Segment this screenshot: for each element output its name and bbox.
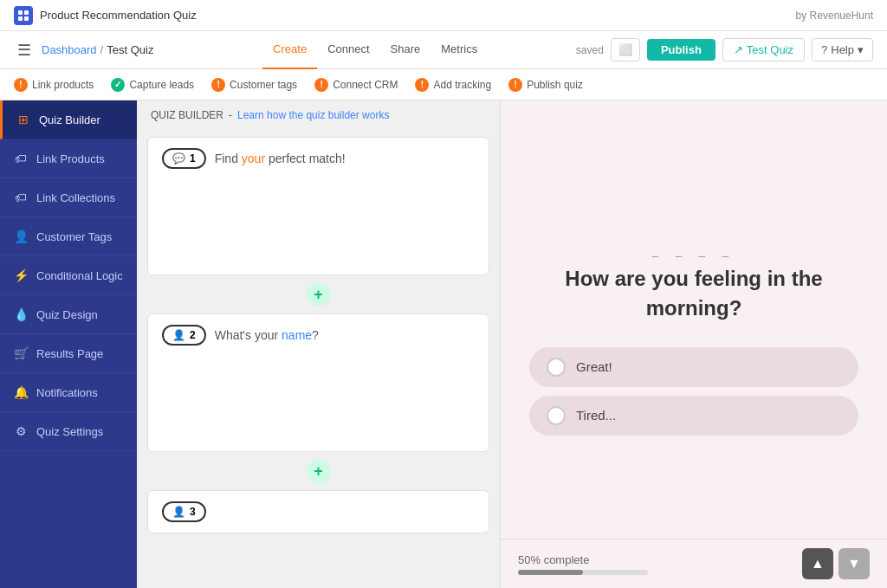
builder-panel: QUIZ BUILDER - Learn how the quiz builde… — [137, 100, 501, 588]
preview-option-1[interactable]: Great! — [529, 347, 858, 387]
step-capture-leads-label: Capture leads — [129, 79, 194, 91]
help-label: Help — [831, 43, 854, 56]
preview-option-2[interactable]: Tired... — [529, 396, 858, 436]
question-1-number: 1 — [190, 152, 196, 165]
user-icon: 👤 — [14, 229, 28, 243]
sidebar-item-quiz-builder[interactable]: ⊞ Quiz Builder — [0, 100, 137, 139]
svg-rect-3 — [24, 16, 29, 21]
option-2-text: Tired... — [576, 408, 616, 423]
step-link-products[interactable]: ! Link products — [14, 78, 94, 92]
step-link-products-label: Link products — [32, 79, 94, 91]
sidebar-item-results-page[interactable]: 🛒 Results Page — [0, 334, 137, 373]
svg-rect-0 — [18, 10, 23, 15]
question-1-text: Find your perfect match! — [215, 152, 346, 165]
breadcrumb-current: Test Quiz — [107, 43, 153, 56]
progress-section: 50% complete — [518, 553, 648, 575]
learn-link[interactable]: Learn how the quiz builder works — [237, 109, 389, 121]
step-add-tracking[interactable]: ! Add tracking — [415, 78, 491, 92]
menu-button[interactable]: ☰ — [14, 37, 35, 63]
sidebar-label-quiz-design: Quiz Design — [36, 308, 98, 321]
progress-bar-container — [518, 570, 648, 575]
sidebar-item-conditional-logic[interactable]: ⚡ Conditional Logic — [0, 256, 137, 295]
collection-icon: 🏷 — [14, 191, 28, 204]
sidebar-item-quiz-settings[interactable]: ⚙ Quiz Settings — [0, 412, 137, 451]
question-1-highlight: your — [242, 152, 265, 165]
nav-arrows: ▲ ▼ — [802, 548, 870, 579]
option-1-text: Great! — [576, 359, 612, 374]
builder-header-label: QUIZ BUILDER — [151, 109, 223, 121]
top-bar-left: Product Recommendation Quiz — [14, 6, 197, 25]
step-customer-tags[interactable]: ! Customer tags — [211, 78, 297, 92]
sidebar-item-quiz-design[interactable]: 💧 Quiz Design — [0, 295, 137, 334]
dashboard-link[interactable]: Dashboard — [42, 43, 97, 56]
sidebar-label-quiz-settings: Quiz Settings — [36, 425, 103, 438]
add-question-after-1[interactable]: + — [307, 282, 331, 307]
step-capture-leads[interactable]: ✓ Capture leads — [111, 78, 194, 92]
question-card-3[interactable]: 👤 3 — [147, 490, 489, 533]
question-3-badge: 👤 3 — [162, 501, 206, 522]
tab-connect[interactable]: Connect — [317, 31, 379, 69]
nav-up-button[interactable]: ▲ — [802, 548, 833, 579]
preview-content: _ _ _ _ How are you feeling in the morni… — [501, 227, 887, 461]
question-3-number: 3 — [190, 506, 196, 518]
preview-question-title: How are you feeling in the morning? — [518, 264, 870, 322]
question-card-2[interactable]: 👤 2 What's your name? — [147, 313, 489, 452]
step-publish-quiz[interactable]: ! Publish quiz — [508, 78, 583, 92]
question-2-body — [148, 356, 489, 399]
sidebar-item-link-products[interactable]: 🏷 Link Products — [0, 139, 137, 178]
test-quiz-button[interactable]: ↗ Test Quiz — [722, 38, 805, 61]
nav-down-button[interactable]: ▼ — [838, 548, 870, 579]
cart-icon: 🛒 — [14, 346, 28, 360]
step-connect-crm[interactable]: ! Connect CRM — [314, 78, 398, 92]
tab-metrics[interactable]: Metrics — [431, 31, 488, 69]
help-icon: ? — [821, 43, 827, 56]
publish-button[interactable]: Publish — [647, 39, 715, 61]
main-layout: ⊞ Quiz Builder 🏷 Link Products 🏷 Link Co… — [0, 100, 887, 588]
question-1-header: 💬 1 Find your perfect match! — [148, 138, 489, 179]
sidebar-label-quiz-builder: Quiz Builder — [39, 113, 100, 126]
question-2-highlight: name — [282, 328, 312, 342]
preview-footer: 50% complete ▲ ▼ — [501, 539, 887, 588]
sidebar-label-customer-tags: Customer Tags — [36, 230, 112, 243]
app-logo — [14, 6, 33, 25]
grid-icon: ⊞ — [16, 113, 30, 126]
help-button[interactable]: ? Help ▾ — [812, 38, 873, 61]
question-3-header: 👤 3 — [148, 491, 489, 533]
tag-icon: 🏷 — [14, 152, 28, 165]
sidebar-item-customer-tags[interactable]: 👤 Customer Tags — [0, 217, 137, 256]
person-icon: 👤 — [172, 329, 185, 341]
builder-header-dash: - — [229, 109, 232, 121]
sidebar-label-notifications: Notifications — [36, 386, 98, 399]
question-2-number: 2 — [190, 329, 196, 341]
preview-panel: _ _ _ _ How are you feeling in the morni… — [501, 100, 887, 588]
question-2-header: 👤 2 What's your name? — [148, 314, 489, 356]
progress-bar-fill — [518, 570, 583, 575]
sidebar-label-link-products: Link Products — [36, 152, 105, 165]
chat-icon: 💬 — [172, 152, 185, 165]
test-quiz-label: Test Quiz — [747, 43, 793, 56]
sidebar-label-link-collections: Link Collections — [36, 191, 115, 204]
save-icon-button[interactable]: ⬜ — [611, 38, 640, 61]
step-ok-icon: ✓ — [111, 78, 125, 92]
sidebar-item-link-collections[interactable]: 🏷 Link Collections — [0, 178, 137, 217]
add-question-after-2[interactable]: + — [307, 459, 331, 483]
option-1-circle — [547, 358, 566, 377]
svg-rect-1 — [24, 10, 29, 15]
tab-share[interactable]: Share — [380, 31, 431, 69]
question-2-text: What's your name? — [215, 328, 319, 342]
question-card-1[interactable]: 💬 1 Find your perfect match! — [147, 137, 489, 275]
tab-create[interactable]: Create — [262, 31, 317, 69]
q3-icon: 👤 — [172, 506, 185, 518]
question-1-body — [148, 179, 489, 223]
steps-bar: ! Link products ✓ Capture leads ! Custom… — [0, 69, 887, 100]
design-icon: 💧 — [14, 307, 28, 321]
logic-icon: ⚡ — [14, 268, 28, 282]
step-customer-tags-label: Customer tags — [230, 79, 297, 91]
breadcrumb: Dashboard / Test Quiz — [42, 43, 153, 56]
sidebar-item-notifications[interactable]: 🔔 Notifications — [0, 373, 137, 412]
preview-dashes: _ _ _ _ — [652, 244, 735, 257]
chevron-down-icon: ▾ — [858, 43, 864, 56]
gear-icon: ⚙ — [14, 424, 28, 438]
sidebar: ⊞ Quiz Builder 🏷 Link Products 🏷 Link Co… — [0, 100, 137, 588]
sidebar-label-results-page: Results Page — [36, 347, 103, 360]
